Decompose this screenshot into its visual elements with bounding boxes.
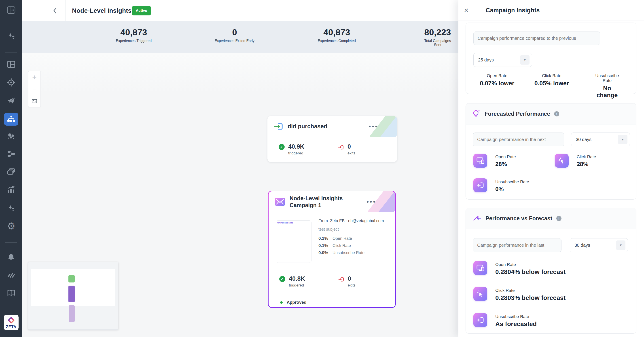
split-flow-icon (7, 150, 15, 157)
sidebar-item-docs[interactable] (7, 289, 16, 298)
forecast-query-input[interactable] (473, 132, 564, 146)
unsubscribe-rate-icon (474, 178, 487, 192)
info-icon[interactable]: i (556, 216, 562, 221)
check-circle-icon: ✓ (279, 276, 285, 282)
open-rate-icon (474, 154, 487, 168)
sparkles-icon (8, 204, 15, 212)
sidebar-item-ai[interactable] (7, 32, 15, 41)
comparison-period-select[interactable]: 25 days ▼ (474, 53, 532, 67)
open-rate-icon (474, 261, 487, 275)
info-icon[interactable]: i (554, 111, 559, 116)
lightbulb-icon (472, 109, 480, 119)
app-sidebar: ⚙ ZETA (0, 0, 22, 337)
divider (268, 295, 395, 295)
sidebar-item-analytics[interactable] (7, 186, 15, 194)
email-from: From: Zeta EB - eb@zetaglobal.com (318, 219, 384, 223)
email-preview-thumbnail[interactable]: OnlineRead More (276, 220, 312, 263)
trigger-node[interactable]: did purchased ••• ✓ 40.9K triggered 0 ex… (268, 116, 397, 162)
divider (5, 52, 17, 52)
period-value: 25 days (478, 57, 494, 62)
sidebar-item-status[interactable] (7, 271, 15, 279)
zeta-logo-text: ZETA (6, 325, 16, 329)
stat-experiences-exited-early: 0Experiences Exited Early (215, 27, 254, 43)
check-circle-icon: ✓ (278, 144, 285, 150)
click-rate-icon (555, 154, 569, 168)
exits-value: 0 (348, 275, 356, 282)
forecasted-performance-card: Forecasted Performance i 30 days ▼ Open … (466, 103, 636, 200)
close-panel-button[interactable]: ✕ (462, 6, 470, 15)
entry-trigger-icon (274, 122, 283, 131)
gear-icon: ⚙ (7, 221, 16, 231)
panel-toggle-icon (7, 6, 16, 14)
triggered-stat: ✓ 40.9K triggered (278, 143, 304, 156)
close-icon: ✕ (464, 7, 469, 14)
zeta-diamond-icon (7, 316, 16, 325)
comparison-click-rate: Click Rate 0.05% lower (534, 73, 569, 87)
forecast-open-rate: Open Rate 28% (495, 154, 516, 168)
canvas-minimap[interactable] (28, 262, 118, 330)
experience-stats-band: 40,873Experiences Triggered 0Experiences… (22, 21, 458, 53)
minimap-node-campaign (68, 286, 75, 302)
versus-query-input[interactable] (473, 238, 562, 252)
approval-status: Approved (280, 300, 306, 305)
canvas-zoom-controls: + − (28, 71, 41, 107)
status-dot-icon (280, 301, 283, 304)
unsubscribe-rate-value: 0.0% (318, 250, 332, 255)
triggered-stat: ✓ 40.8K triggered (279, 275, 305, 288)
campaign-insights-panel: ✕ Campaign Insights 25 days ▼ Open Rate … (458, 0, 644, 337)
stat-total-campaigns-sent: 80,223Total Campaigns Sent (424, 27, 451, 47)
more-menu-icon[interactable]: ••• (369, 123, 378, 130)
more-menu-icon[interactable]: ••• (367, 198, 376, 205)
node-title: did purchased (288, 123, 327, 130)
comparison-open-rate: Open Rate 0.07% lower (480, 73, 514, 87)
sidebar-item-workflows[interactable] (7, 150, 15, 158)
triggered-value: 40.8K (289, 275, 305, 282)
fit-view-button[interactable] (28, 95, 40, 107)
stacked-docs-icon (7, 168, 15, 175)
versus-period-select[interactable]: 30 days ▼ (570, 238, 628, 252)
open-rate-value: 0.1% (318, 236, 332, 241)
back-button[interactable] (51, 6, 58, 15)
sidebar-item-settings[interactable]: ⚙ (7, 222, 16, 231)
campaign-node[interactable]: Node-Level Insights Campaign 1 ••• Onlin… (268, 191, 396, 308)
chevron-left-icon (53, 7, 56, 14)
comparison-card: 25 days ▼ Open Rate 0.07% lower Click Ra… (466, 22, 636, 94)
minus-icon: − (32, 85, 36, 93)
sidebar-item-campaigns[interactable] (7, 97, 15, 105)
sidebar-item-templates[interactable] (7, 168, 15, 176)
chart-growth-icon (7, 186, 15, 193)
open-rate-label: Open Rate (332, 236, 352, 241)
zeta-logo[interactable]: ZETA (4, 315, 18, 330)
zoom-in-button[interactable]: + (28, 71, 40, 83)
node-connector (332, 308, 332, 337)
sidebar-item-journeys-active[interactable] (4, 113, 18, 126)
divider (5, 242, 17, 243)
collapse-sidebar-button[interactable] (7, 6, 16, 15)
exit-icon (338, 144, 344, 150)
forecast-period-select[interactable]: 30 days ▼ (571, 132, 630, 146)
rate-row: 0.1% Click Rate (318, 243, 351, 248)
bell-icon (8, 253, 15, 261)
sidebar-item-notifications[interactable] (8, 253, 15, 262)
chevron-down-icon: ▼ (520, 55, 530, 65)
exits-label: exits (348, 151, 355, 156)
email-preview-link: OnlineRead More (276, 221, 311, 224)
card-header: Forecasted Performance i (466, 103, 636, 124)
page-title: Node-Level Insights (72, 0, 132, 21)
versus-open-rate: Open Rate 0.2804% below forecast (495, 262, 566, 276)
comparison-query-input[interactable] (474, 31, 600, 45)
signal-icon (7, 271, 15, 279)
sidebar-item-dashboard[interactable] (7, 61, 15, 69)
sidebar-item-ai-tools[interactable] (8, 204, 15, 213)
forecast-click-rate: Click Rate 28% (577, 154, 596, 168)
chevron-down-icon: ▼ (618, 135, 628, 144)
sparkles-icon (7, 32, 15, 40)
sidebar-item-audiences[interactable] (7, 78, 16, 88)
card-title: Performance vs Forecast (486, 215, 552, 222)
triggered-label: triggered (288, 151, 304, 156)
exits-label: exits (348, 283, 356, 288)
send-icon (7, 97, 15, 104)
sidebar-item-segments[interactable] (7, 133, 15, 141)
exits-stat: 0 exits (338, 275, 356, 288)
zoom-out-button[interactable]: − (28, 83, 40, 95)
